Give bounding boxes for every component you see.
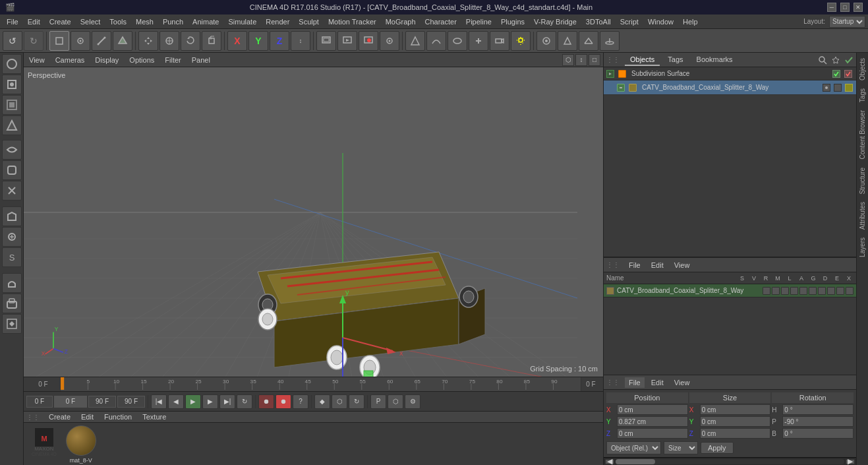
close-button[interactable]: ✕ [854,3,863,12]
mat-menu-texture[interactable]: Texture [140,412,169,422]
menu-motion-tracker[interactable]: Motion Tracker [324,16,380,27]
rot-b-input[interactable] [782,428,854,439]
timeline-settings-button[interactable]: ⚙ [405,394,420,409]
keyframe-auto-button[interactable]: ↻ [349,394,364,409]
flag-m[interactable] [790,287,798,295]
step-back-button[interactable]: ◀ [168,394,184,409]
menu-animate[interactable]: Animate [188,16,223,27]
viewport-corner-btn-2[interactable]: ↕ [575,54,587,66]
size-x-input[interactable] [700,404,771,415]
tab-bookmarks[interactable]: Bookmarks [691,54,738,66]
undo-button[interactable]: ↺ [3,31,22,51]
keyframe-add-button[interactable]: ⬡ [332,394,347,409]
obj-list-tab-file[interactable]: File [625,260,645,270]
viewport-menu-panel[interactable]: Panel [189,55,213,65]
left-btn-5[interactable] [2,140,22,160]
obj-list-row-1[interactable]: CATV_Broadband_Coaxial_Splitter_8_Way [604,284,856,297]
flag-r[interactable] [781,287,789,295]
keyframe-button[interactable]: ◆ [314,394,330,409]
tab-tags[interactable]: Tags [662,54,688,66]
flag-a[interactable] [809,287,817,295]
menu-tools[interactable]: Tools [105,16,130,27]
viewport-corner-btn-3[interactable]: □ [589,54,600,66]
menu-vray[interactable]: V-Ray Bridge [530,16,581,27]
play-button[interactable]: ▶ [185,394,201,409]
props-tab-view[interactable]: View [670,377,694,388]
menu-script[interactable]: Script [616,16,643,27]
pos-z-input[interactable] [617,428,688,439]
viewport-menu-options[interactable]: Options [127,55,157,65]
subdiv-check2[interactable] [844,70,852,78]
vtab-tags[interactable]: Tags [857,84,867,106]
vtab-layers[interactable]: Layers [857,233,867,261]
snap-button[interactable] [536,31,556,51]
weight-button[interactable] [558,31,577,51]
flag-e[interactable] [836,287,844,295]
menu-render[interactable]: Render [262,16,293,27]
menu-sculpt[interactable]: Sculpt [295,16,323,27]
flag-l[interactable] [799,287,807,295]
end-frame-input[interactable] [88,396,116,408]
move-button[interactable] [138,31,158,51]
flag-d[interactable] [827,287,835,295]
render-button[interactable] [359,31,378,51]
floor-button[interactable] [600,31,620,51]
obj-color-swatch[interactable] [845,84,853,92]
menu-help[interactable]: Help [679,16,702,27]
size-y-input[interactable] [700,416,771,427]
timeline-ruler[interactable]: 5 10 15 20 25 30 35 40 45 [61,377,581,391]
menu-create[interactable]: Create [45,16,75,27]
maximize-button[interactable]: □ [840,3,850,12]
current-frame-input[interactable] [54,396,87,408]
menu-simulate[interactable]: Simulate [224,16,260,27]
record-button[interactable]: ⏺ [258,394,274,409]
scroll-right-button[interactable]: ▶ [846,459,855,464]
flag-s[interactable] [763,287,770,295]
obj-list-tab-view[interactable]: View [670,260,694,270]
transform-button[interactable] [202,31,221,51]
viewport-menu-cameras[interactable]: Cameras [53,55,88,65]
props-tab-edit[interactable]: Edit [647,377,668,388]
preview-end-input[interactable] [117,396,145,408]
left-btn-13[interactable] [2,314,22,334]
subdiv-check[interactable] [832,70,840,78]
menu-3dtoall[interactable]: 3DToAll [582,16,615,27]
left-btn-11[interactable] [2,273,22,293]
obj-list-tab-edit[interactable]: Edit [647,260,668,270]
deformer-button[interactable] [448,31,467,51]
vtab-content-browser[interactable]: Content Browser [857,106,867,163]
mat-menu-create[interactable]: Create [46,412,73,422]
menu-pipeline[interactable]: Pipeline [462,16,496,27]
menu-file[interactable]: File [3,16,22,27]
loop-button[interactable]: ↻ [237,394,252,409]
left-btn-4[interactable] [2,115,22,135]
nurbs-button[interactable] [426,31,446,51]
render-settings-button[interactable] [380,31,399,51]
vtab-objects[interactable]: Objects [857,54,867,84]
obj-action-2[interactable] [834,84,842,92]
left-btn-1[interactable] [2,54,22,74]
step-forward-button[interactable]: ▶ [202,394,218,409]
all-axis-button[interactable]: ↕ [291,31,310,51]
viewport-menu-filter[interactable]: Filter [162,55,183,65]
left-btn-9[interactable] [2,227,22,247]
start-frame-input[interactable] [26,396,53,408]
material-item-1[interactable]: mat_8-V [66,425,96,464]
vtab-structure[interactable]: Structure [857,164,867,199]
timeline-pos-button[interactable]: P [370,394,386,409]
y-axis-button[interactable]: Y [248,31,268,51]
redo-button[interactable]: ↻ [24,31,43,51]
left-btn-12[interactable] [2,294,22,313]
scroll-left-button[interactable]: ◀ [605,459,614,464]
viewport-corner-btn-1[interactable]: ⬡ [562,54,574,66]
record-help-button[interactable]: ? [293,394,308,409]
scroll-thumb[interactable] [616,459,655,464]
flag-v[interactable] [772,287,780,295]
scale-button[interactable] [159,31,179,51]
x-axis-button[interactable]: X [227,31,247,51]
left-btn-10[interactable]: S [2,247,22,267]
obj-create-button[interactable] [405,31,425,51]
obj-row-1[interactable]: CATV_Broadband_Coaxial_Splitter_8_Way [604,80,856,95]
left-btn-2[interactable] [2,75,22,94]
viewport-menu-display[interactable]: Display [92,55,121,65]
